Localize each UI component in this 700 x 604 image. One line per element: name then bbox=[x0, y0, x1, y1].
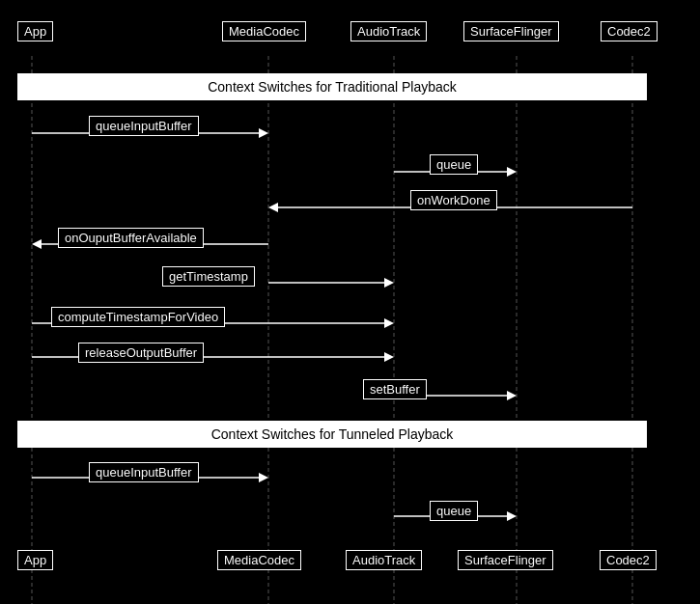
msg-onworkdone: onWorkDone bbox=[410, 190, 497, 210]
svg-marker-6 bbox=[259, 128, 268, 138]
actor-mediacodec-top: MediaCodec bbox=[222, 21, 306, 41]
actor-surfaceflinger-top: SurfaceFlinger bbox=[463, 21, 559, 41]
actor-audiotrack-top: AudioTrack bbox=[350, 21, 427, 41]
msg-onouputbufferavailable: onOuputBufferAvailable bbox=[58, 228, 204, 248]
svg-marker-14 bbox=[384, 278, 394, 288]
actor-app-top: App bbox=[17, 21, 53, 41]
msg-computetimestamp: computeTimestampForVideo bbox=[51, 307, 225, 327]
svg-marker-8 bbox=[507, 167, 517, 177]
actor-mediacodec-bottom: MediaCodec bbox=[217, 550, 301, 570]
svg-marker-12 bbox=[32, 239, 42, 249]
svg-marker-20 bbox=[507, 391, 517, 400]
diagram: App MediaCodec AudioTrack SurfaceFlinger… bbox=[0, 0, 700, 604]
svg-marker-24 bbox=[507, 511, 517, 521]
msg-releaseoutputbuffer: releaseOutputBuffer bbox=[78, 343, 204, 363]
msg-queueinputbuffer-2: queueInputBuffer bbox=[89, 462, 199, 482]
actor-surfaceflinger-bottom: SurfaceFlinger bbox=[458, 550, 553, 570]
section-tunneled: Context Switches for Tunneled Playback bbox=[17, 421, 647, 448]
svg-marker-22 bbox=[259, 473, 268, 482]
actor-codec2-top: Codec2 bbox=[601, 21, 658, 41]
svg-marker-18 bbox=[384, 352, 394, 362]
msg-queueinputbuffer-1: queueInputBuffer bbox=[89, 116, 199, 136]
svg-marker-10 bbox=[268, 203, 278, 212]
actor-audiotrack-bottom: AudioTrack bbox=[346, 550, 422, 570]
actor-app-bottom: App bbox=[17, 550, 53, 570]
actor-codec2-bottom: Codec2 bbox=[600, 550, 657, 570]
msg-queue-1: queue bbox=[430, 154, 478, 175]
msg-setbuffer: setBuffer bbox=[363, 379, 427, 399]
msg-gettimestamp: getTimestamp bbox=[162, 266, 255, 287]
section-traditional: Context Switches for Traditional Playbac… bbox=[17, 73, 647, 100]
svg-marker-16 bbox=[384, 318, 394, 328]
msg-queue-2: queue bbox=[430, 501, 478, 521]
